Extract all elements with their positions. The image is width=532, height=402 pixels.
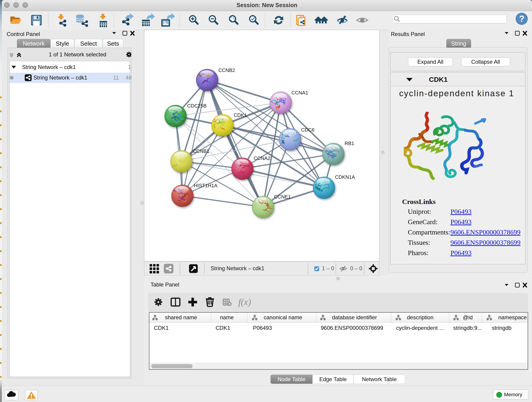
svg-text:CCNA2: CCNA2: [254, 156, 270, 161]
svg-text:CCNE1: CCNE1: [274, 194, 291, 200]
svg-text:CCNA1: CCNA1: [291, 90, 308, 96]
svg-text:RB1: RB1: [345, 141, 354, 146]
svg-text:CDC6: CDC6: [301, 127, 315, 133]
svg-text:CCNB1: CCNB1: [193, 148, 209, 154]
svg-text:HIST1H1A: HIST1H1A: [194, 183, 217, 188]
svg-text:CCNB2: CCNB2: [218, 68, 235, 73]
svg-text:CDK1: CDK1: [234, 113, 247, 118]
svg-text:CDC25B: CDC25B: [187, 103, 207, 109]
svg-text:?: ?: [519, 14, 524, 24]
svg-text:f(x): f(x): [238, 297, 251, 307]
svg-text:CDKN1A: CDKN1A: [335, 174, 355, 180]
